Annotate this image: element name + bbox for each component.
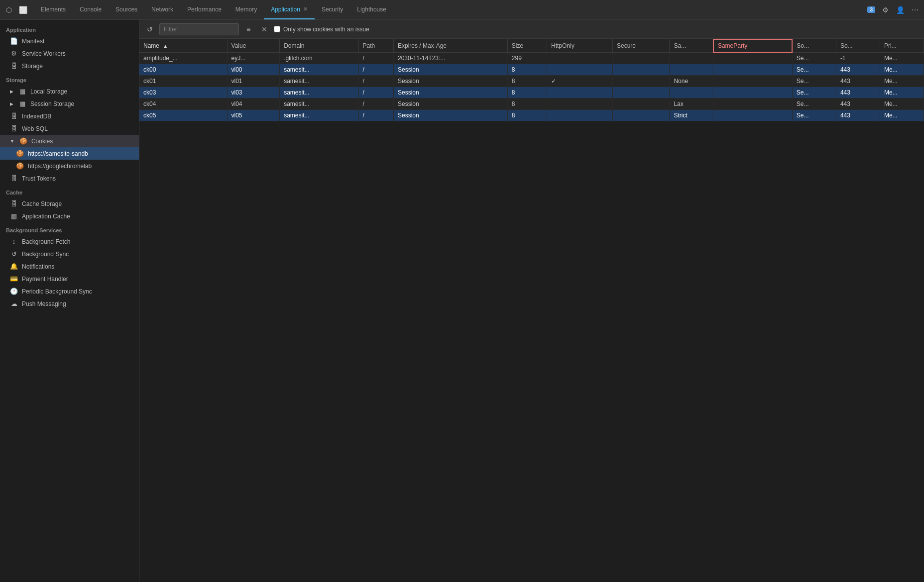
- cell-path: /: [358, 75, 393, 87]
- issue-filter-label[interactable]: Only show cookies with an issue: [274, 26, 369, 33]
- cell-pri: Me...: [880, 87, 924, 98]
- tab-close-icon[interactable]: ✕: [303, 6, 308, 12]
- col-header-path[interactable]: Path: [358, 39, 393, 52]
- col-header-pri[interactable]: Pri...: [880, 39, 924, 52]
- cell-path: /: [358, 64, 393, 75]
- tab-application[interactable]: Application ✕: [264, 0, 315, 19]
- clear-filter-icon[interactable]: ✕: [258, 23, 271, 36]
- cell-name: ck01: [139, 75, 227, 87]
- refresh-button[interactable]: ↺: [143, 23, 156, 36]
- col-header-value[interactable]: Value: [227, 39, 280, 52]
- col-header-sameparty[interactable]: SameParty: [713, 39, 792, 52]
- cell-sameparty: [713, 64, 792, 75]
- sidebar-item-manifest[interactable]: 📄 Manifest: [0, 35, 139, 47]
- issue-filter-checkbox[interactable]: [274, 26, 280, 32]
- col-header-domain[interactable]: Domain: [280, 39, 358, 52]
- periodic-bg-sync-icon: 🕐: [10, 288, 18, 295]
- tab-memory[interactable]: Memory: [229, 0, 264, 19]
- cell-value: vl01: [227, 75, 280, 87]
- col-header-expires[interactable]: Expires / Max-Age: [393, 39, 507, 52]
- cell-sa: [670, 52, 713, 64]
- cell-domain: samesit...: [280, 75, 358, 87]
- cell-httponly: [547, 98, 613, 109]
- cell-path: /: [358, 52, 393, 64]
- websql-icon: 🗄: [10, 125, 18, 132]
- sidebar-item-notifications[interactable]: 🔔 Notifications: [0, 260, 139, 273]
- sort-arrow-icon: ▲: [163, 43, 168, 49]
- table-row[interactable]: ck05vl05samesit.../Session8StrictSe...44…: [139, 109, 924, 121]
- cell-pri: Me...: [880, 64, 924, 75]
- bg-services-section-title: Background Services: [0, 222, 139, 235]
- tab-sources[interactable]: Sources: [109, 0, 144, 19]
- sidebar-item-service-workers[interactable]: ⚙ Service Workers: [0, 47, 139, 60]
- table-row[interactable]: ck00vl00samesit.../Session8Se...443Me...: [139, 64, 924, 75]
- tab-network[interactable]: Network: [144, 0, 180, 19]
- more-icon[interactable]: ⋯: [910, 5, 920, 15]
- cell-value: vl00: [227, 64, 280, 75]
- col-header-so1[interactable]: So...: [792, 39, 836, 52]
- tab-elements[interactable]: Elements: [34, 0, 73, 19]
- application-section-title: Application: [0, 22, 139, 35]
- sidebar-item-googlechrome-lab[interactable]: 🍪 https://googlechromelab: [0, 160, 139, 172]
- table-row[interactable]: ck04vl04samesit.../Session8LaxSe...443Me…: [139, 98, 924, 109]
- cell-expires: Session: [393, 109, 507, 121]
- col-header-sa[interactable]: Sa...: [670, 39, 713, 52]
- person-icon[interactable]: 👤: [895, 5, 905, 15]
- device-icon[interactable]: ⬜: [18, 5, 28, 15]
- cell-domain: samesit...: [280, 87, 358, 98]
- tab-console[interactable]: Console: [73, 0, 109, 19]
- issue-badge[interactable]: 3: [867, 6, 875, 13]
- sidebar-item-local-storage[interactable]: ▶ ▦ Local Storage: [0, 85, 139, 97]
- cell-expires: Session: [393, 87, 507, 98]
- sidebar-item-payment-handler[interactable]: 💳 Payment Handler: [0, 273, 139, 285]
- col-header-so2[interactable]: So...: [836, 39, 880, 52]
- tab-lighthouse[interactable]: Lighthouse: [350, 0, 393, 19]
- cell-domain: samesit...: [280, 98, 358, 109]
- sidebar-item-push-messaging[interactable]: ☁ Push Messaging: [0, 297, 139, 310]
- cookie-item-icon: 🍪: [16, 150, 24, 157]
- settings-icon[interactable]: ⚙: [880, 5, 890, 15]
- cell-so1: Se...: [792, 109, 836, 121]
- cell-sameparty: [713, 109, 792, 121]
- cell-so1: Se...: [792, 52, 836, 64]
- sidebar-item-bg-fetch[interactable]: ↕ Background Fetch: [0, 235, 139, 248]
- cell-pri: Me...: [880, 109, 924, 121]
- cell-value: vl04: [227, 98, 280, 109]
- payment-handler-icon: 💳: [10, 275, 18, 283]
- filter-input[interactable]: [159, 23, 239, 35]
- table-row[interactable]: amplitude_...eyJ....glitch.com/2030-11-1…: [139, 52, 924, 64]
- sidebar-item-cache-storage[interactable]: 🗄 Cache Storage: [0, 197, 139, 210]
- cell-expires: Session: [393, 64, 507, 75]
- col-header-httponly[interactable]: HttpOnly: [547, 39, 613, 52]
- table-row[interactable]: ck01vl01samesit.../Session8✓NoneSe...443…: [139, 75, 924, 87]
- cell-httponly: [547, 109, 613, 121]
- cell-sa: Lax: [670, 98, 713, 109]
- sidebar-item-periodic-bg-sync[interactable]: 🕐 Periodic Background Sync: [0, 285, 139, 297]
- tab-performance[interactable]: Performance: [180, 0, 229, 19]
- sidebar-item-indexeddb[interactable]: 🗄 IndexedDB: [0, 110, 139, 122]
- col-header-size[interactable]: Size: [507, 39, 547, 52]
- cell-domain: .glitch.com: [280, 52, 358, 64]
- col-header-secure[interactable]: Secure: [613, 39, 670, 52]
- filter-options-icon[interactable]: ≡: [242, 23, 255, 36]
- sidebar-item-bg-sync[interactable]: ↺ Background Sync: [0, 248, 139, 260]
- cell-sameparty: [713, 87, 792, 98]
- tab-security[interactable]: Security: [315, 0, 350, 19]
- sidebar-item-trust-tokens[interactable]: 🗄 Trust Tokens: [0, 172, 139, 185]
- cursor-icon[interactable]: ⬡: [4, 5, 14, 15]
- cookie-item-icon: 🍪: [16, 162, 24, 170]
- sidebar-item-samesite-sandbox[interactable]: 🍪 https://samesite-sandb: [0, 147, 139, 160]
- table-row[interactable]: ck03vl03samesit.../Session8Se...443Me...: [139, 87, 924, 98]
- sidebar-item-storage[interactable]: 🗄 Storage: [0, 60, 139, 72]
- cell-so2: 443: [836, 87, 880, 98]
- sidebar-item-cookies[interactable]: ▼ 🍪 Cookies: [0, 135, 139, 147]
- cookie-table-section: Name ▲ Value Domain Path Expires / Max-A…: [139, 39, 924, 582]
- storage-section-title: Storage: [0, 72, 139, 85]
- sidebar-item-websql[interactable]: 🗄 Web SQL: [0, 122, 139, 135]
- cell-path: /: [358, 109, 393, 121]
- sidebar-item-application-cache[interactable]: ▦ Application Cache: [0, 210, 139, 222]
- cookies-icon: 🍪: [19, 137, 27, 145]
- cell-httponly: [547, 87, 613, 98]
- col-header-name[interactable]: Name ▲: [139, 39, 227, 52]
- sidebar-item-session-storage[interactable]: ▶ ▦ Session Storage: [0, 97, 139, 110]
